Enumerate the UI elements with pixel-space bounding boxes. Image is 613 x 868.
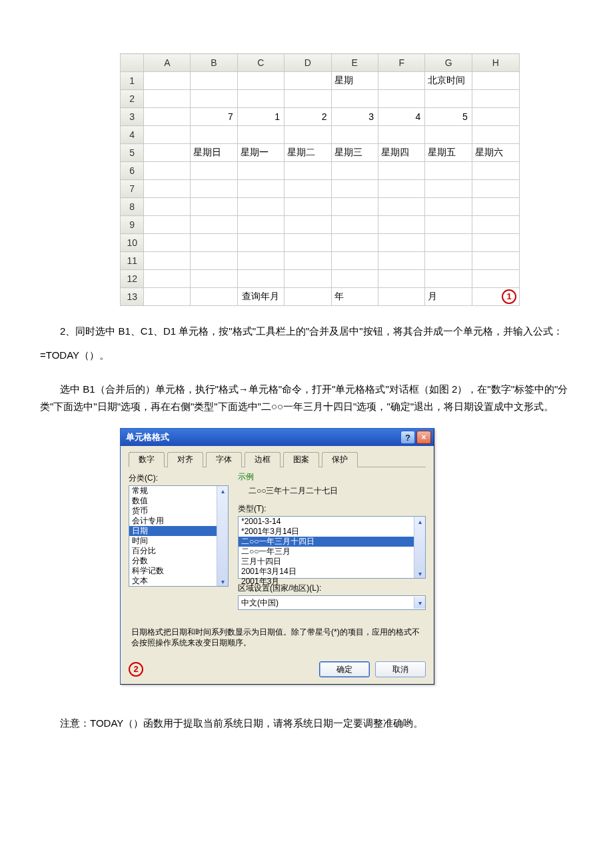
row-header-4[interactable]: 4 (121, 126, 144, 144)
type-item[interactable]: *2001年3月14日 (239, 527, 425, 537)
cell[interactable] (378, 72, 424, 90)
col-header-G[interactable]: G (425, 54, 472, 72)
dialog-note: 日期格式把日期和时间系列数显示为日期值。除了带星号(*)的项目，应用的格式不会按… (131, 627, 423, 648)
scroll-up-icon[interactable]: ▴ (415, 517, 424, 526)
cell[interactable] (472, 72, 519, 90)
locale-value: 中文(中国) (241, 597, 279, 609)
col-header-H[interactable]: H (472, 54, 519, 72)
dialog-titlebar[interactable]: 单元格格式 ? × (121, 429, 434, 446)
tab-number[interactable]: 数字 (129, 452, 165, 467)
cell[interactable] (191, 72, 237, 90)
row-header-8[interactable]: 8 (121, 198, 144, 216)
type-item[interactable]: 2001年3月14日 (239, 567, 425, 577)
category-item[interactable]: 百分比 (129, 546, 228, 556)
col-header-C[interactable]: C (237, 54, 284, 72)
ok-button[interactable]: 确定 (319, 661, 370, 677)
scrollbar[interactable]: ▴ ▾ (217, 486, 228, 586)
cell[interactable] (144, 72, 191, 90)
type-item[interactable]: 二○○一年三月 (239, 547, 425, 557)
category-item[interactable]: 科学记数 (129, 566, 228, 576)
cell-D3[interactable]: 2 (285, 108, 331, 126)
col-header-F[interactable]: F (378, 54, 424, 72)
type-item-selected[interactable]: 二○○一年三月十四日 (239, 537, 425, 547)
category-item[interactable]: 特殊 (129, 586, 228, 587)
row-header-7[interactable]: 7 (121, 180, 144, 198)
row-header-5[interactable]: 5 (121, 144, 144, 162)
type-item[interactable]: 2001年3月 (239, 577, 425, 587)
sample-label: 示例 (238, 471, 426, 483)
scroll-down-icon[interactable]: ▾ (218, 577, 227, 586)
cell-G1[interactable]: 北京时间 (425, 72, 472, 90)
type-item[interactable]: *2001-3-14 (239, 517, 425, 527)
tab-protection[interactable]: 保护 (322, 452, 358, 467)
type-listbox[interactable]: *2001-3-14 *2001年3月14日 二○○一年三月十四日 二○○一年三… (238, 516, 426, 579)
col-header-B[interactable]: B (191, 54, 237, 72)
category-listbox[interactable]: 常规 数值 货币 会计专用 日期 时间 百分比 分数 科学记数 文本 特殊 自定… (129, 485, 229, 587)
callout-1-icon: 1 (502, 289, 516, 304)
cancel-button[interactable]: 取消 (375, 661, 426, 677)
row-header-2[interactable]: 2 (121, 90, 144, 108)
category-item[interactable]: 常规 (129, 486, 228, 496)
cell-E5[interactable]: 星期三 (331, 144, 378, 162)
category-item[interactable]: 会计专用 (129, 516, 228, 526)
locale-combo[interactable]: 中文(中国) ▾ (238, 595, 426, 610)
category-item[interactable]: 货币 (129, 506, 228, 516)
chevron-down-icon[interactable]: ▾ (414, 597, 425, 609)
cell-F5[interactable]: 星期四 (378, 144, 424, 162)
row-header-1[interactable]: 1 (121, 72, 144, 90)
category-item[interactable]: 时间 (129, 536, 228, 546)
row-header-10[interactable]: 10 (121, 234, 144, 252)
cell-C3[interactable]: 1 (237, 108, 284, 126)
row-header-11[interactable]: 11 (121, 252, 144, 270)
cell-G13[interactable]: 月 (425, 288, 472, 306)
cell-G3[interactable]: 5 (425, 108, 472, 126)
cell-H5[interactable]: 星期六 (472, 144, 519, 162)
tab-border[interactable]: 边框 (245, 452, 281, 467)
callout-2-icon: 2 (129, 662, 143, 677)
cell-E13[interactable]: 年 (331, 288, 378, 306)
col-header-A[interactable]: A (144, 54, 191, 72)
category-label: 分类(C): (129, 473, 229, 484)
cell-G5[interactable]: 星期五 (425, 144, 472, 162)
paragraph-explain: 选中 B1（合并后的）单元格，执行"格式→单元格"命令，打开"单元格格式"对话框… (40, 381, 573, 415)
tab-pattern[interactable]: 图案 (283, 452, 319, 467)
category-item-selected[interactable]: 日期 (129, 526, 228, 536)
spreadsheet: A B C D E F G H 1 星期 北京时间 2 3 7 (120, 53, 493, 306)
dialog-title: 单元格格式 (126, 431, 169, 443)
dialog-tabs: 数字 对齐 字体 边框 图案 保护 (129, 451, 426, 467)
cell-H13[interactable]: 1 (472, 288, 519, 306)
row-header-12[interactable]: 12 (121, 270, 144, 288)
cell-D5[interactable]: 星期二 (285, 144, 331, 162)
cell-E1[interactable]: 星期 (331, 72, 378, 90)
cell[interactable] (285, 72, 331, 90)
row-header-6[interactable]: 6 (121, 162, 144, 180)
corner-cell (121, 54, 144, 72)
cell-B3[interactable]: 7 (191, 108, 237, 126)
col-header-E[interactable]: E (331, 54, 378, 72)
scrollbar[interactable]: ▴ ▾ (414, 517, 425, 578)
col-header-D[interactable]: D (285, 54, 331, 72)
type-item[interactable]: 三月十四日 (239, 557, 425, 567)
row-header-9[interactable]: 9 (121, 216, 144, 234)
tab-alignment[interactable]: 对齐 (167, 452, 203, 467)
cell-E3[interactable]: 3 (331, 108, 378, 126)
scroll-down-icon[interactable]: ▾ (415, 569, 424, 578)
cell[interactable] (237, 72, 284, 90)
cell-B5[interactable]: 星期日 (191, 144, 237, 162)
sample-value: 二○○三年十二月二十七日 (238, 484, 426, 502)
category-item[interactable]: 分数 (129, 556, 228, 566)
type-label: 类型(T): (238, 503, 426, 515)
row-header-3[interactable]: 3 (121, 108, 144, 126)
format-cells-dialog: 单元格格式 ? × 数字 对齐 字体 边框 图案 保护 分类(C): (120, 428, 434, 685)
tab-font[interactable]: 字体 (206, 452, 242, 467)
category-item[interactable]: 数值 (129, 496, 228, 506)
row-header-13[interactable]: 13 (121, 288, 144, 306)
close-button[interactable]: × (416, 431, 431, 444)
cell-F3[interactable]: 4 (378, 108, 424, 126)
scroll-up-icon[interactable]: ▴ (218, 486, 227, 495)
cell-C5[interactable]: 星期一 (237, 144, 284, 162)
help-button[interactable]: ? (400, 431, 415, 444)
cell-C13[interactable]: 查询年月 (237, 288, 284, 306)
category-item[interactable]: 文本 (129, 576, 228, 586)
paragraph-note: 注意：TODAY（）函数用于提取当前系统日期，请将系统日期一定要调整准确哟。 (40, 711, 573, 735)
